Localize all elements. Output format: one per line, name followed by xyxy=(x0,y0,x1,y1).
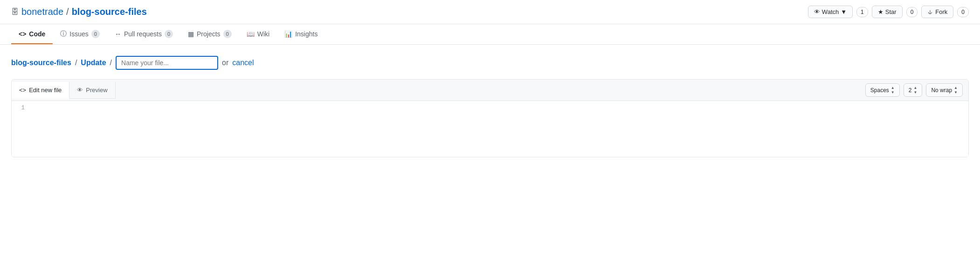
tab-pr-label: Pull requests xyxy=(124,30,162,38)
code-icon: <> xyxy=(19,30,26,38)
edit-icon: <> xyxy=(19,87,26,94)
spaces-chevrons: ▲ ▼ xyxy=(891,86,895,94)
fork-count: 0 xyxy=(957,7,969,17)
indent-label: 2 xyxy=(909,87,912,94)
tab-projects[interactable]: ▦ Projects 0 xyxy=(180,24,239,45)
pr-badge: 0 xyxy=(165,30,173,38)
editor-header: <> Edit new file 👁 Preview Spaces ▲ ▼ xyxy=(12,80,968,101)
repo-owner-link[interactable]: bonetrade xyxy=(21,7,63,17)
watch-label: Watch xyxy=(822,8,839,15)
chevron-down-icon: ▼ xyxy=(841,8,847,15)
wrap-chevrons: ▲ ▼ xyxy=(954,86,958,94)
star-count: 0 xyxy=(906,7,918,17)
repo-name-link[interactable]: blog-source-files xyxy=(72,7,147,17)
header-actions: 👁 Watch ▼ 1 ★ Star 0 ⫝ Fork 0 xyxy=(808,6,969,18)
nav-tabs: <> Code ⓘ Issues 0 ↔ Pull requests 0 ▦ P… xyxy=(0,24,980,45)
tab-code-label: Code xyxy=(29,30,45,38)
fork-button[interactable]: ⫝ Fork xyxy=(921,6,953,18)
breadcrumb-folder-link[interactable]: Update xyxy=(81,59,106,67)
fork-label: Fork xyxy=(935,8,947,15)
tab-preview[interactable]: 👁 Preview xyxy=(69,82,115,99)
spaces-label: Spaces xyxy=(870,87,889,94)
repo-title: 🗄 bonetrade / blog-source-files xyxy=(11,7,147,17)
pr-icon: ↔ xyxy=(115,30,121,38)
indent-chevrons: ▲ ▼ xyxy=(913,86,917,94)
wrap-label: No wrap xyxy=(931,87,952,94)
chevron-down-icon: ▼ xyxy=(913,90,917,94)
chevron-up-icon: ▲ xyxy=(954,86,958,90)
editor-container: <> Edit new file 👁 Preview Spaces ▲ ▼ xyxy=(11,79,969,157)
editor-body: 1 xyxy=(12,101,968,157)
tab-issues[interactable]: ⓘ Issues 0 xyxy=(53,24,107,45)
editor-tabs: <> Edit new file 👁 Preview xyxy=(12,82,116,98)
repo-icon: 🗄 xyxy=(11,8,19,16)
line-number-1: 1 xyxy=(17,105,25,111)
breadcrumb-sep1: / xyxy=(75,59,77,67)
tab-pull-requests[interactable]: ↔ Pull requests 0 xyxy=(107,24,180,45)
indent-select[interactable]: 2 ▲ ▼ xyxy=(904,83,923,97)
header: 🗄 bonetrade / blog-source-files 👁 Watch … xyxy=(0,0,980,24)
file-name-input[interactable] xyxy=(116,56,218,70)
content: blog-source-files / Update / or cancel <… xyxy=(0,45,980,168)
tab-insights-label: Insights xyxy=(295,30,317,38)
issues-badge: 0 xyxy=(91,30,100,38)
star-label: Star xyxy=(885,8,897,15)
edit-tab-label: Edit new file xyxy=(29,87,62,94)
fork-icon: ⫝ xyxy=(927,8,933,15)
breadcrumb-or: or xyxy=(222,59,228,67)
repo-separator: / xyxy=(66,7,69,17)
issues-icon: ⓘ xyxy=(60,30,67,38)
star-icon: ★ xyxy=(878,8,883,15)
star-button[interactable]: ★ Star xyxy=(872,6,903,18)
projects-icon: ▦ xyxy=(188,30,194,38)
tab-insights[interactable]: 📊 Insights xyxy=(277,25,325,44)
chevron-up-icon: ▲ xyxy=(913,86,917,90)
breadcrumb: blog-source-files / Update / or cancel xyxy=(11,56,969,70)
editor-controls: Spaces ▲ ▼ 2 ▲ ▼ No wrap ▲ xyxy=(860,80,968,101)
editor-textarea[interactable] xyxy=(30,101,968,157)
breadcrumb-cancel-link[interactable]: cancel xyxy=(232,59,254,67)
tab-issues-label: Issues xyxy=(69,30,88,38)
preview-tab-label: Preview xyxy=(86,87,107,94)
breadcrumb-sep2: / xyxy=(110,59,112,67)
chevron-down-icon: ▼ xyxy=(891,90,895,94)
tab-wiki[interactable]: 📖 Wiki xyxy=(239,25,277,44)
spaces-select[interactable]: Spaces ▲ ▼ xyxy=(865,83,900,97)
wiki-icon: 📖 xyxy=(247,30,255,38)
preview-icon: 👁 xyxy=(77,87,83,94)
tab-edit-new-file[interactable]: <> Edit new file xyxy=(12,82,69,99)
eye-icon: 👁 xyxy=(814,8,820,15)
projects-badge: 0 xyxy=(223,30,232,38)
insights-icon: 📊 xyxy=(284,30,292,38)
chevron-down-icon: ▼ xyxy=(954,90,958,94)
line-numbers: 1 xyxy=(12,101,30,157)
tab-wiki-label: Wiki xyxy=(257,30,269,38)
tab-projects-label: Projects xyxy=(197,30,221,38)
chevron-up-icon: ▲ xyxy=(891,86,895,90)
breadcrumb-repo-link[interactable]: blog-source-files xyxy=(11,59,71,67)
watch-button[interactable]: 👁 Watch ▼ xyxy=(808,6,853,18)
tab-code[interactable]: <> Code xyxy=(11,25,53,44)
watch-count: 1 xyxy=(856,7,868,17)
wrap-select[interactable]: No wrap ▲ ▼ xyxy=(926,83,963,97)
